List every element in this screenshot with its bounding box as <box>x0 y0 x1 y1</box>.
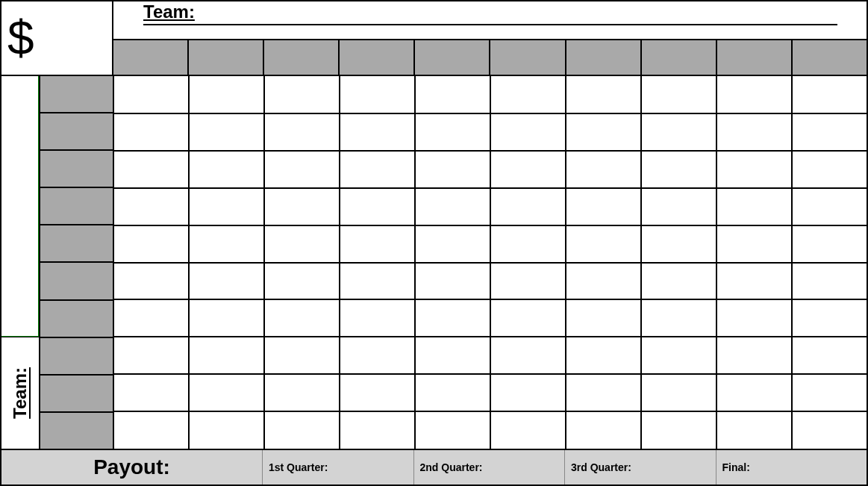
grid-cell[interactable] <box>490 374 566 411</box>
team-left-label-box[interactable]: Team: <box>1 337 39 449</box>
top-number-cell[interactable] <box>792 39 867 75</box>
grid-cell[interactable] <box>189 188 264 225</box>
grid-cell[interactable] <box>189 113 264 151</box>
grid-cell[interactable] <box>490 225 566 263</box>
grid-cell[interactable] <box>340 188 415 225</box>
grid-cell[interactable] <box>264 151 340 188</box>
payout-q2[interactable]: 2nd Quarter: <box>414 450 566 485</box>
grid-cell[interactable] <box>716 411 792 449</box>
grid-cell[interactable] <box>340 151 415 188</box>
left-number-cell[interactable] <box>39 76 113 113</box>
grid-cell[interactable] <box>264 411 340 449</box>
grid-cell[interactable] <box>113 263 189 300</box>
grid-cell[interactable] <box>792 337 867 374</box>
left-number-cell[interactable] <box>39 262 113 299</box>
grid-cell[interactable] <box>415 337 490 374</box>
top-number-cell[interactable] <box>414 39 490 75</box>
grid-cell[interactable] <box>792 188 867 225</box>
grid-cell[interactable] <box>641 188 716 225</box>
grid-cell[interactable] <box>566 225 641 263</box>
grid-cell[interactable] <box>792 263 867 300</box>
grid-cell[interactable] <box>490 411 566 449</box>
grid-cell[interactable] <box>716 337 792 374</box>
grid-cell[interactable] <box>340 113 415 151</box>
grid-cell[interactable] <box>415 263 490 300</box>
grid-cell[interactable] <box>641 225 716 263</box>
grid-cell[interactable] <box>113 299 189 337</box>
grid-cell[interactable] <box>490 188 566 225</box>
left-number-cell[interactable] <box>39 150 113 187</box>
payout-q1[interactable]: 1st Quarter: <box>263 450 414 485</box>
grid-cell[interactable] <box>113 188 189 225</box>
grid-cell[interactable] <box>189 411 264 449</box>
team-top-label[interactable]: Team: <box>143 1 837 25</box>
grid-cell[interactable] <box>490 76 566 113</box>
top-number-cell[interactable] <box>339 39 414 75</box>
grid-cell[interactable] <box>641 337 716 374</box>
top-number-cell[interactable] <box>113 39 188 75</box>
grid-cell[interactable] <box>566 337 641 374</box>
grid-cell[interactable] <box>340 263 415 300</box>
grid-cell[interactable] <box>113 337 189 374</box>
grid-cell[interactable] <box>716 263 792 300</box>
grid-cell[interactable] <box>340 337 415 374</box>
grid-cell[interactable] <box>113 76 189 113</box>
grid-cell[interactable] <box>189 263 264 300</box>
grid-cell[interactable] <box>113 411 189 449</box>
grid-cell[interactable] <box>264 225 340 263</box>
left-number-cell[interactable] <box>39 337 113 375</box>
grid-cell[interactable] <box>189 76 264 113</box>
grid-cell[interactable] <box>264 113 340 151</box>
grid-cell[interactable] <box>641 299 716 337</box>
grid-cell[interactable] <box>340 411 415 449</box>
top-number-cell[interactable] <box>263 39 339 75</box>
grid-cell[interactable] <box>641 113 716 151</box>
top-number-cell[interactable] <box>490 39 565 75</box>
grid-cell[interactable] <box>490 337 566 374</box>
grid-cell[interactable] <box>716 225 792 263</box>
grid-cell[interactable] <box>113 113 189 151</box>
grid-cell[interactable] <box>415 151 490 188</box>
grid-cell[interactable] <box>566 188 641 225</box>
left-number-cell[interactable] <box>39 225 113 262</box>
grid-cell[interactable] <box>340 76 415 113</box>
grid-cell[interactable] <box>264 76 340 113</box>
grid-cell[interactable] <box>490 113 566 151</box>
grid-cell[interactable] <box>716 76 792 113</box>
grid-cell[interactable] <box>641 151 716 188</box>
grid-cell[interactable] <box>566 263 641 300</box>
grid-cell[interactable] <box>113 225 189 263</box>
grid-cell[interactable] <box>264 263 340 300</box>
grid-cell[interactable] <box>641 374 716 411</box>
grid-cell[interactable] <box>415 374 490 411</box>
grid-cell[interactable] <box>641 76 716 113</box>
grid-cell[interactable] <box>490 299 566 337</box>
grid-cell[interactable] <box>415 76 490 113</box>
grid-cell[interactable] <box>113 374 189 411</box>
grid-cell[interactable] <box>264 299 340 337</box>
grid-cell[interactable] <box>189 225 264 263</box>
grid-cell[interactable] <box>189 299 264 337</box>
grid-cell[interactable] <box>566 151 641 188</box>
grid-cell[interactable] <box>566 113 641 151</box>
grid-cell[interactable] <box>792 151 867 188</box>
grid-cell[interactable] <box>792 76 867 113</box>
grid-cell[interactable] <box>189 374 264 411</box>
price-box[interactable]: $ <box>1 1 113 75</box>
grid-cell[interactable] <box>566 76 641 113</box>
left-number-cell[interactable] <box>39 113 113 150</box>
grid-cell[interactable] <box>566 374 641 411</box>
grid-cell[interactable] <box>415 225 490 263</box>
grid-cell[interactable] <box>340 299 415 337</box>
left-number-cell[interactable] <box>39 375 113 412</box>
grid-cell[interactable] <box>264 188 340 225</box>
grid-cell[interactable] <box>716 299 792 337</box>
grid-cell[interactable] <box>792 411 867 449</box>
grid-cell[interactable] <box>113 151 189 188</box>
top-number-cell[interactable] <box>188 39 263 75</box>
grid-cell[interactable] <box>264 374 340 411</box>
grid-cell[interactable] <box>792 113 867 151</box>
grid-cell[interactable] <box>340 374 415 411</box>
grid-cell[interactable] <box>415 411 490 449</box>
grid-cell[interactable] <box>340 225 415 263</box>
